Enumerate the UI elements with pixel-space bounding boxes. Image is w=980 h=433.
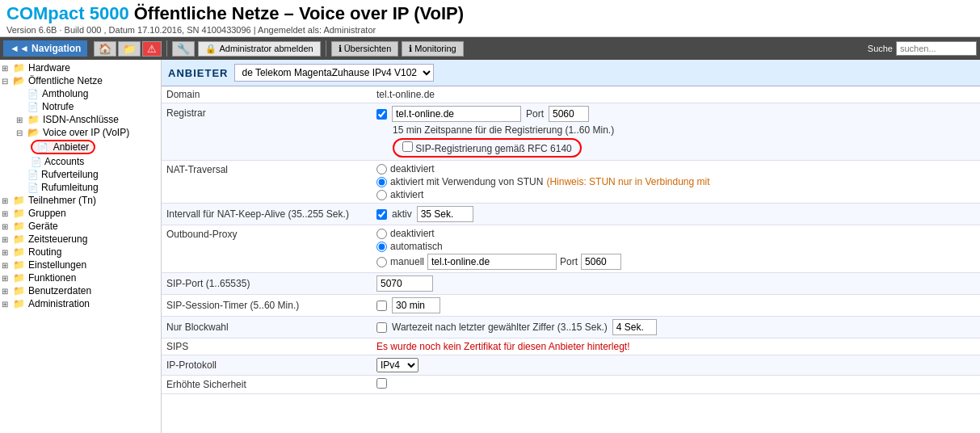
nat-aktiviert-label[interactable]: aktiviert [376, 189, 975, 200]
sidebar-item-administration[interactable]: ⊞ 📁 Administration [0, 297, 161, 310]
nat-keepalive-checkbox[interactable] [376, 209, 387, 220]
erhoehte-sicherheit-cell [372, 376, 980, 394]
nat-keepalive-input[interactable] [417, 206, 473, 222]
sidebar-item-voip[interactable]: ⊟ 📂 Voice over IP (VoIP) [0, 126, 161, 139]
expander-administration: ⊞ [2, 300, 13, 309]
nat-aktiviert-radio[interactable] [376, 190, 387, 200]
doc-icon-notrufe: 📄 [27, 102, 39, 112]
monitoring-icon: ℹ [409, 44, 412, 54]
search-input[interactable] [896, 41, 977, 56]
outbound-deaktiviert-label[interactable]: deaktiviert [376, 228, 975, 239]
sip-registrierung-oval: SIP-Registrierung gemäß RFC 6140 [393, 138, 582, 158]
folder-icon-einstellungen: 📁 [13, 259, 25, 271]
warning-button[interactable]: ⚠ [142, 41, 162, 57]
sidebar-item-accounts[interactable]: 📄 Accounts [0, 155, 161, 168]
lock-icon: 🔒 [205, 44, 217, 54]
outbound-manuell-radio[interactable] [376, 257, 387, 267]
navigation-toggle[interactable]: ◄ ◄ Navigation [3, 40, 87, 57]
suche-label: Suche [868, 44, 893, 53]
registrar-value-cell: Port 15 min Zeitspanne für die Registrie… [372, 103, 980, 161]
page-header: COMpact 5000 Öffentliche Netze – Voice o… [0, 0, 980, 37]
outbound-automatisch-radio[interactable] [376, 242, 387, 252]
sidebar-item-hardware[interactable]: ⊞ 📁 Hardware [0, 61, 161, 74]
toolbar: ◄ ◄ Navigation 🏠 📁 ⚠ 🔧 🔒 Administrator a… [0, 37, 980, 60]
outbound-port-input[interactable] [581, 254, 621, 270]
sidebar-item-teilnehmer[interactable]: ⊞ 📁 Teilnehmer (Tn) [0, 194, 161, 207]
sidebar-label-geraete: Geräte [28, 221, 58, 232]
doc-icon-amtholung: 📄 [27, 89, 39, 99]
sidebar-item-routing[interactable]: ⊞ 📁 Routing [0, 246, 161, 259]
nur-blockwahl-checkbox[interactable] [376, 322, 387, 333]
registrar-checkbox[interactable] [376, 109, 387, 120]
home-button[interactable]: 🏠 [94, 41, 116, 57]
sip-port-input[interactable] [376, 275, 433, 292]
row-nur-blockwahl: Nur Blockwahl Wartezeit nach letzter gew… [162, 317, 980, 338]
admin-abmelden-button[interactable]: 🔒 Administrator abmelden [198, 41, 320, 57]
nav-arrow-icon: ◄ [10, 43, 19, 54]
nur-blockwahl-label: Nur Blockwahl [162, 317, 372, 338]
uebersichten-label: Übersichten [344, 44, 392, 53]
sidebar-item-anbieter[interactable]: 📄 Anbieter [31, 140, 95, 154]
nat-keepalive-cell: aktiv [372, 204, 980, 225]
erhoehte-sicherheit-checkbox[interactable] [376, 378, 387, 389]
monitoring-button[interactable]: ℹ Monitoring [402, 41, 463, 57]
sidebar-item-funktionen[interactable]: ⊞ 📁 Funktionen [0, 271, 161, 284]
anbieter-select[interactable]: de Telekom MagentaZuhause IPv4 V102 [234, 64, 434, 82]
folder-icon-benutzerdaten: 📁 [13, 285, 25, 296]
sidebar-item-isdn[interactable]: ⊞ 📁 ISDN-Anschlüsse [0, 113, 161, 126]
sidebar-item-zeitsteuerung[interactable]: ⊞ 📁 Zeitsteuerung [0, 233, 161, 246]
outbound-manuell-input[interactable] [427, 254, 557, 270]
anbieter-label: ANBIETER [168, 67, 228, 79]
settings-button[interactable]: 🔧 [172, 41, 195, 57]
doc-icon-accounts: 📄 [31, 157, 42, 167]
doc-icon-rufverteilung: 📄 [27, 170, 39, 180]
folder-icon-gruppen: 📁 [13, 208, 25, 219]
folder-button[interactable]: 📁 [118, 41, 141, 57]
sidebar-item-oeffentliche-netze[interactable]: ⊟ 📂 Öffentliche Netze [0, 74, 161, 87]
folder-icon-hardware: 📁 [13, 62, 25, 74]
title-compact: COMpact 5000 [6, 3, 129, 23]
registrar-port-label: Port [526, 108, 544, 120]
nat-label: NAT-Traversal [162, 161, 372, 204]
sidebar-label-notrufe: Notrufe [42, 101, 74, 112]
sidebar-item-rufumleitung[interactable]: 📄 Rufumleitung [0, 181, 161, 194]
sidebar: ⊞ 📁 Hardware ⊟ 📂 Öffentliche Netze 📄 Amt… [0, 60, 162, 433]
outbound-port-label: Port [560, 256, 578, 267]
sip-session-checkbox[interactable] [376, 301, 387, 311]
sidebar-label-administration: Administration [28, 298, 90, 309]
outbound-automatisch-label[interactable]: automatisch [376, 241, 975, 252]
sidebar-item-einstellungen[interactable]: ⊞ 📁 Einstellungen [0, 259, 161, 271]
registrar-row1: Port [376, 106, 975, 122]
sidebar-item-rufverteilung[interactable]: 📄 Rufverteilung [0, 168, 161, 181]
folder-icon-funktionen: 📁 [13, 272, 25, 284]
nat-deaktiviert-radio[interactable] [376, 164, 387, 174]
folder-icon-geraete: 📁 [13, 221, 25, 232]
outbound-manuell-row: manuell Port [376, 254, 975, 270]
expander-oeffentliche-netze: ⊟ [2, 77, 13, 86]
sidebar-item-notrufe[interactable]: 📄 Notrufe [0, 100, 161, 113]
sidebar-item-gruppen[interactable]: ⊞ 📁 Gruppen [0, 207, 161, 220]
registrar-input[interactable] [392, 106, 521, 122]
sip-session-input[interactable] [392, 297, 440, 313]
sidebar-item-geraete[interactable]: ⊞ 📁 Geräte [0, 220, 161, 233]
sidebar-item-amtholung[interactable]: 📄 Amtholung [0, 87, 161, 100]
registrar-port-input[interactable] [549, 106, 589, 122]
folder-icon-oeffentliche-netze: 📂 [13, 75, 25, 86]
row-domain: Domain tel.t-online.de [162, 86, 980, 103]
sidebar-label-funktionen: Funktionen [28, 272, 76, 284]
nat-stun-label[interactable]: aktiviert mit Verwendung von STUN (Hinwe… [376, 176, 975, 187]
row-erhoehte-sicherheit: Erhöhte Sicherheit [162, 376, 980, 394]
expander-routing: ⊞ [2, 248, 13, 257]
sip-registrierung-checkbox[interactable] [402, 141, 413, 152]
search-area: Suche [868, 41, 977, 56]
nur-blockwahl-sek-input[interactable] [612, 319, 657, 335]
doc-icon-anbieter: 📄 [37, 142, 48, 152]
nat-deaktiviert-label[interactable]: deaktiviert [376, 163, 975, 174]
uebersichten-button[interactable]: ℹ Übersichten [331, 41, 399, 57]
nat-keepalive-aktiv-text: aktiv [392, 208, 412, 220]
nat-stun-radio[interactable] [376, 177, 387, 187]
erhoehte-sicherheit-label: Erhöhte Sicherheit [162, 376, 372, 394]
outbound-deaktiviert-radio[interactable] [376, 229, 387, 239]
sidebar-item-benutzerdaten[interactable]: ⊞ 📁 Benutzerdaten [0, 284, 161, 297]
ip-protokoll-select[interactable]: IPv4 IPv6 beide [376, 358, 418, 372]
